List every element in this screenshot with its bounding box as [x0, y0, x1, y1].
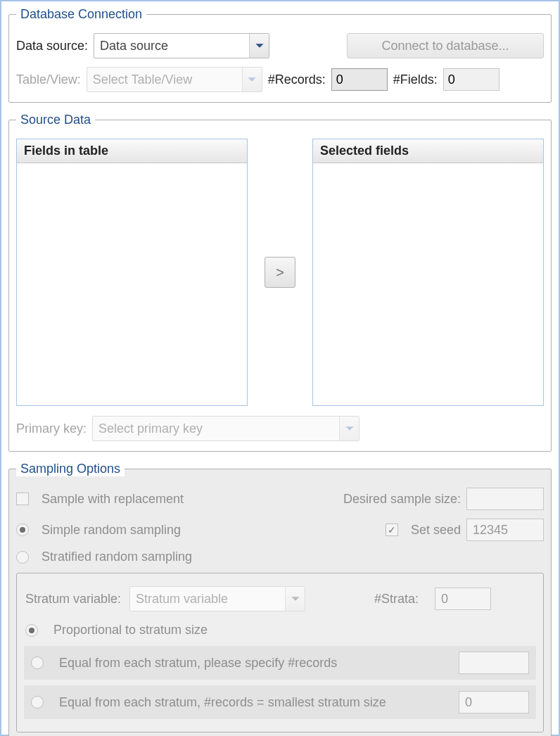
group-sampling-options: Sampling Options Sample with replacement…	[8, 462, 552, 736]
connect-button-label: Connect to database...	[381, 39, 509, 53]
connect-to-database-button[interactable]: Connect to database...	[347, 33, 544, 58]
value-records: 0	[331, 68, 388, 91]
chevron-down-icon	[242, 68, 262, 91]
label-sample-with-replacement: Sample with replacement	[42, 492, 184, 507]
checkbox-set-seed[interactable]	[386, 524, 398, 536]
label-equal-specify: Equal from each stratum, please specify …	[59, 656, 450, 671]
group-database-connection: Database Connection Data source: Data so…	[8, 7, 552, 103]
group-source-data: Source Data Fields in table > Selected f…	[8, 113, 552, 452]
source-columns: Fields in table > Selected fields	[16, 139, 544, 406]
label-fields: #Fields:	[393, 72, 438, 87]
header-selected-fields: Selected fields	[313, 139, 543, 163]
mid-column: >	[260, 139, 300, 406]
label-records: #Records:	[268, 72, 326, 87]
checkbox-sample-with-replacement[interactable]	[16, 493, 29, 505]
input-seed[interactable]: 12345	[466, 519, 544, 541]
move-right-button[interactable]: >	[265, 257, 295, 288]
row-stratum-variable: Stratum variable: Stratum variable #Stra…	[24, 583, 536, 614]
label-proportional-to-stratum: Proportional to stratum size	[53, 623, 535, 637]
radio-proportional-to-stratum[interactable]	[25, 624, 38, 637]
combo-primary-key[interactable]: Select primary key	[92, 416, 359, 441]
body-selected-fields	[313, 163, 543, 405]
legend-sampling-options: Sampling Options	[16, 462, 125, 476]
label-equal-smallest: Equal from each stratum, #records = smal…	[59, 695, 450, 710]
combo-primary-key-placeholder: Select primary key	[93, 421, 339, 436]
row-stratified: Stratified random sampling	[16, 550, 544, 564]
label-nstrata: #Strata:	[374, 592, 426, 607]
chevron-down-icon	[249, 34, 269, 58]
label-desired-sample-size: Desired sample size:	[343, 492, 461, 507]
row-primary-key: Primary key: Select primary key	[16, 416, 544, 441]
row-tableview: Table/View: Select Table/View #Records: …	[16, 67, 544, 92]
combo-datasource-text: Data source	[94, 39, 249, 53]
label-stratified-sampling: Stratified random sampling	[42, 550, 192, 564]
input-equal-specify-records[interactable]	[459, 652, 529, 674]
combo-stratum-variable-placeholder: Stratum variable	[130, 592, 285, 607]
list-selected-fields[interactable]: Selected fields	[312, 139, 544, 406]
dialog-root: Database Connection Data source: Data so…	[0, 0, 560, 736]
list-fields-in-table[interactable]: Fields in table	[16, 139, 248, 406]
combo-datasource[interactable]: Data source	[94, 33, 269, 58]
input-desired-sample-size[interactable]	[466, 488, 544, 510]
combo-stratum-variable[interactable]: Stratum variable	[129, 586, 305, 611]
chevron-right-icon: >	[276, 265, 284, 281]
row-replace: Sample with replacement Desired sample s…	[16, 488, 544, 510]
row-simple-random: Simple random sampling Set seed 12345	[16, 519, 544, 541]
row-equal-specify: Equal from each stratum, please specify …	[24, 646, 536, 680]
radio-stratified-sampling[interactable]	[16, 551, 29, 564]
stratified-options-panel: Stratum variable: Stratum variable #Stra…	[16, 573, 544, 732]
label-set-seed: Set seed	[411, 523, 461, 538]
combo-tableview[interactable]: Select Table/View	[87, 67, 262, 92]
label-primary-key: Primary key:	[16, 421, 87, 436]
legend-source-data: Source Data	[16, 113, 95, 127]
label-simple-random-sampling: Simple random sampling	[42, 523, 181, 538]
label-datasource: Data source:	[16, 39, 88, 53]
legend-database-connection: Database Connection	[16, 7, 146, 22]
header-fields-in-table: Fields in table	[17, 139, 247, 163]
chevron-down-icon	[339, 417, 359, 440]
value-equal-smallest-records: 0	[459, 691, 529, 713]
radio-equal-specify[interactable]	[31, 656, 44, 669]
radio-equal-smallest[interactable]	[31, 696, 44, 709]
body-fields-in-table	[17, 163, 247, 405]
label-tableview: Table/View:	[16, 72, 81, 87]
row-proportional: Proportional to stratum size	[24, 620, 536, 640]
radio-simple-random-sampling[interactable]	[16, 524, 29, 536]
row-equal-smallest: Equal from each stratum, #records = smal…	[24, 685, 536, 719]
value-nstrata: 0	[435, 588, 491, 610]
value-fields: 0	[443, 68, 499, 91]
combo-tableview-placeholder: Select Table/View	[87, 72, 242, 87]
chevron-down-icon	[285, 587, 305, 611]
row-datasource: Data source: Data source Connect to data…	[16, 33, 544, 58]
label-stratum-variable: Stratum variable:	[25, 592, 121, 607]
